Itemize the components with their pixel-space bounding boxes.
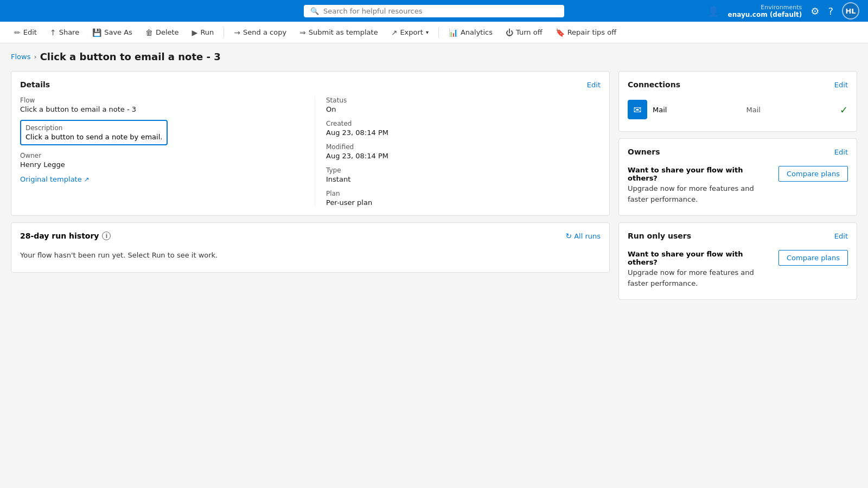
toolbar: ✏ Edit ↑ Share 💾 Save As 🗑 Delete ▶ Run … [0, 22, 868, 43]
breadcrumb-flows-link[interactable]: Flows [11, 53, 30, 61]
top-bar: 🔍 👤 Environments enayu.com (default) ⚙ ?… [0, 0, 868, 22]
user-icon: 👤 [707, 5, 719, 17]
analytics-icon: 📊 [449, 28, 458, 37]
run-history-header: 28-day run history i ↻ All runs [20, 232, 601, 240]
refresh-icon: ↻ [565, 232, 572, 240]
save-icon: 💾 [92, 28, 101, 37]
owners-title: Owners [628, 147, 660, 156]
send-icon: → [234, 28, 240, 37]
connection-status-icon: ✓ [840, 104, 848, 115]
export-button[interactable]: ↗ Export ▾ [386, 25, 434, 40]
run-only-users-header: Run only users Edit [628, 232, 848, 240]
connections-card: Connections Edit ✉ Mail Mail ✓ [618, 71, 857, 132]
share-button[interactable]: ↑ Share [44, 25, 85, 40]
help-button[interactable]: ? [828, 5, 833, 17]
details-grid: Flow Click a button to email a note - 3 … [20, 97, 601, 207]
details-header: Details Edit [20, 80, 601, 89]
details-left-col: Flow Click a button to email a note - 3 … [20, 97, 306, 207]
left-panel: Details Edit Flow Click a button to emai… [11, 71, 610, 479]
main-content: Details Edit Flow Click a button to emai… [0, 67, 868, 483]
status-detail: Status On [326, 97, 601, 113]
owners-edit-link[interactable]: Edit [834, 148, 848, 156]
connections-header: Connections Edit [628, 80, 848, 89]
divider-1 [224, 27, 224, 38]
run-only-users-edit-link[interactable]: Edit [834, 232, 848, 240]
mail-icon: ✉ [628, 100, 647, 119]
breadcrumb-current: Click a button to email a note - 3 [40, 51, 221, 62]
env-info: Environments enayu.com (default) [728, 4, 802, 18]
run-only-users-title: Run only users [628, 232, 691, 240]
export-icon: ↗ [391, 28, 398, 37]
edit-icon: ✏ [14, 28, 21, 37]
avatar[interactable]: HL [842, 2, 859, 20]
run-history-card: 28-day run history i ↻ All runs Your flo… [11, 222, 610, 273]
run-history-info-icon[interactable]: i [102, 232, 111, 240]
all-runs-link[interactable]: ↻ All runs [565, 232, 601, 240]
connections-edit-link[interactable]: Edit [834, 81, 848, 89]
breadcrumb-separator: › [34, 53, 36, 61]
owner-detail: Owner Henry Legge [20, 152, 306, 169]
right-panel: Connections Edit ✉ Mail Mail ✓ Owners Ed… [618, 71, 857, 479]
divider-2 [438, 27, 439, 38]
share-icon: ↑ [50, 28, 56, 37]
owners-compare-button[interactable]: Compare plans [778, 166, 848, 182]
original-template-link[interactable]: Original template ↗ [20, 175, 90, 183]
run-only-upgrade-text: Want to share your flow with others? Upg… [628, 250, 772, 288]
run-only-compare-button[interactable]: Compare plans [778, 250, 848, 266]
power-icon: ⏻ [506, 28, 513, 37]
owners-header: Owners Edit [628, 147, 848, 156]
edit-button[interactable]: ✏ Edit [9, 25, 42, 40]
run-button[interactable]: ▶ Run [187, 25, 220, 40]
turn-off-button[interactable]: ⏻ Turn off [500, 25, 548, 40]
search-bar[interactable]: 🔍 [304, 5, 564, 17]
delete-icon: 🗑 [145, 28, 153, 37]
modified-detail: Modified Aug 23, 08:14 PM [326, 143, 601, 160]
save-as-button[interactable]: 💾 Save As [87, 25, 138, 40]
run-icon: ▶ [192, 28, 198, 37]
run-history-title-group: 28-day run history i [20, 232, 111, 240]
flow-detail: Flow Click a button to email a note - 3 [20, 97, 306, 113]
details-edit-link[interactable]: Edit [587, 81, 601, 89]
details-card: Details Edit Flow Click a button to emai… [11, 71, 610, 216]
export-chevron-icon: ▾ [426, 29, 429, 35]
submit-template-button[interactable]: ⇒ Submit as template [294, 25, 384, 40]
details-right-col: Status On Created Aug 23, 08:14 PM Modif… [315, 97, 601, 207]
run-only-upgrade-box: Want to share your flow with others? Upg… [628, 248, 848, 291]
send-copy-button[interactable]: → Send a copy [228, 25, 292, 40]
search-icon: 🔍 [310, 7, 319, 15]
description-detail: Description Click a button to send a not… [20, 120, 306, 145]
connections-title: Connections [628, 80, 680, 89]
owners-upgrade-text: Want to share your flow with others? Upg… [628, 166, 772, 204]
plan-detail: Plan Per-user plan [326, 190, 601, 207]
owners-card: Owners Edit Want to share your flow with… [618, 138, 857, 216]
search-input[interactable] [323, 7, 558, 15]
run-only-users-card: Run only users Edit Want to share your f… [618, 222, 857, 300]
bookmark-icon: 🔖 [556, 28, 565, 37]
type-detail: Type Instant [326, 166, 601, 183]
repair-tips-button[interactable]: 🔖 Repair tips off [550, 25, 622, 40]
owners-upgrade-box: Want to share your flow with others? Upg… [628, 164, 848, 207]
settings-button[interactable]: ⚙ [810, 5, 819, 17]
top-bar-right: 👤 Environments enayu.com (default) ⚙ ? H… [707, 2, 859, 20]
details-title: Details [20, 80, 50, 89]
template-icon: ⇒ [299, 28, 306, 37]
description-highlight: Description Click a button to send a not… [20, 120, 168, 145]
run-history-empty: Your flow hasn't been run yet. Select Ru… [20, 247, 601, 264]
breadcrumb: Flows › Click a button to email a note -… [0, 43, 868, 67]
created-detail: Created Aug 23, 08:14 PM [326, 120, 601, 137]
delete-button[interactable]: 🗑 Delete [140, 25, 184, 40]
analytics-button[interactable]: 📊 Analytics [443, 25, 498, 40]
connection-mail: ✉ Mail Mail ✓ [628, 97, 848, 123]
external-link-icon: ↗ [84, 176, 90, 183]
